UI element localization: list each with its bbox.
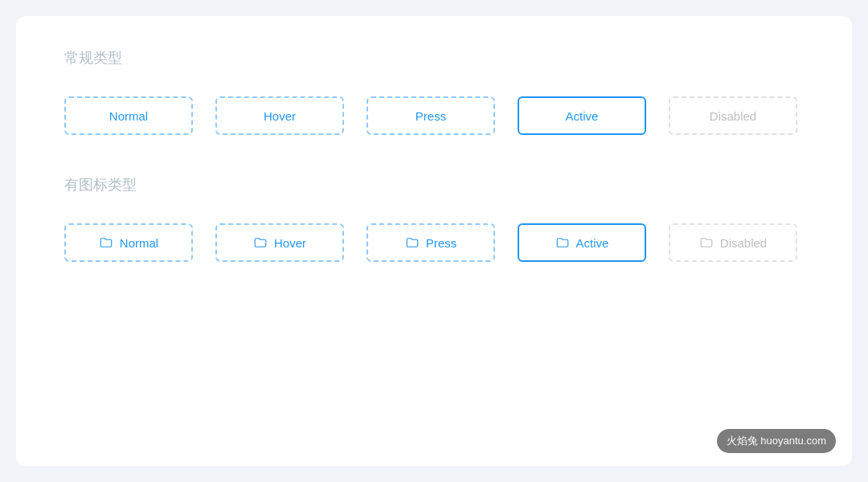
btn-press-label: Press (416, 109, 446, 123)
btn-icon-normal[interactable]: Normal (64, 223, 193, 262)
section-normal-type: 常规类型 Normal Hover Press Active Disabled (64, 48, 804, 135)
folder-icon-normal (99, 235, 113, 250)
btn-icon-press-label: Press (426, 236, 457, 250)
btn-active-label: Active (566, 109, 599, 123)
section-title-normal: 常规类型 (64, 48, 804, 67)
section-title-icon: 有图标类型 (64, 175, 804, 194)
btn-disabled-label: Disabled (710, 109, 756, 123)
btn-normal-normal[interactable]: Normal (64, 96, 193, 135)
folder-icon-active (555, 235, 570, 250)
btn-icon-active[interactable]: Active (518, 223, 646, 262)
btn-normal-disabled: Disabled (669, 96, 797, 135)
folder-icon-disabled (699, 235, 714, 250)
btn-icon-hover-label: Hover (274, 236, 306, 250)
btn-icon-active-label: Active (576, 236, 609, 250)
button-row-icon: Normal Hover Press Active (64, 223, 804, 262)
main-card: 常规类型 Normal Hover Press Active Disabled … (16, 16, 852, 466)
btn-normal-hover[interactable]: Hover (215, 96, 344, 135)
section-icon-type: 有图标类型 Normal Hover Press (64, 175, 804, 262)
btn-icon-normal-label: Normal (120, 236, 158, 250)
btn-icon-disabled-label: Disabled (720, 236, 767, 250)
button-row-normal: Normal Hover Press Active Disabled (64, 96, 804, 135)
btn-normal-label: Normal (109, 109, 148, 123)
folder-icon-press (405, 235, 420, 250)
btn-icon-disabled: Disabled (669, 223, 797, 262)
btn-icon-press[interactable]: Press (366, 223, 495, 262)
btn-icon-hover[interactable]: Hover (215, 223, 344, 262)
btn-normal-press[interactable]: Press (366, 96, 495, 135)
btn-normal-active[interactable]: Active (518, 96, 646, 135)
folder-icon-hover (253, 235, 268, 250)
watermark: 火焰兔 huoyantu.com (717, 429, 836, 453)
btn-hover-label: Hover (264, 109, 296, 123)
